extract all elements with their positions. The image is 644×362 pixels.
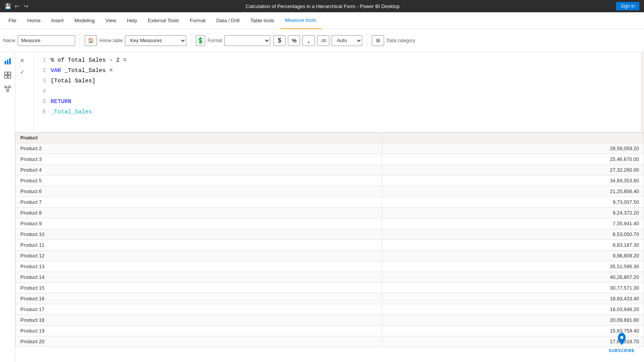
- cell-product: Product 10: [16, 229, 382, 240]
- data-category-icon[interactable]: ⊞: [372, 35, 384, 46]
- svg-line-12: [8, 88, 9, 90]
- formula-cancel-btn[interactable]: ✕: [17, 55, 28, 66]
- redo-icon[interactable]: ↪: [23, 3, 29, 9]
- cell-value: 28,58,059.20: [382, 143, 644, 154]
- menu-modeling[interactable]: Modeling: [69, 12, 100, 29]
- cell-product: Product 4: [16, 165, 382, 175]
- home-table-select[interactable]: Key Measures: [125, 35, 186, 46]
- menu-measure-tools[interactable]: Measure tools: [279, 12, 322, 29]
- formula-confirm-btn[interactable]: ✓: [17, 67, 28, 77]
- cell-product: Product 6: [16, 186, 382, 197]
- cell-product: Product 20: [16, 336, 382, 347]
- menu-home[interactable]: Home: [22, 12, 46, 29]
- auto-select[interactable]: Auto: [332, 35, 362, 46]
- table-row: Product 534,69,353.80: [16, 175, 644, 186]
- percent-btn[interactable]: %: [288, 35, 300, 46]
- table-row: Product 228,58,059.20: [16, 143, 644, 154]
- formula-line-3: 3 [Total Sales]: [40, 76, 635, 86]
- cell-value: 8,53,050.70: [382, 229, 644, 240]
- menu-format[interactable]: Format: [184, 12, 211, 29]
- title-bar: 💾 ↩ ↪ Calculation of Percentages in a Hi…: [0, 0, 644, 12]
- table-row: Product 2017,64,518.70: [16, 336, 644, 347]
- main-area: ✕ ✓ 1 % of Total Sales - 2 = 2 VAR _Tota…: [0, 52, 644, 362]
- cell-value: 30,77,571.30: [382, 283, 644, 293]
- table-row: Product 427,32,260.00: [16, 165, 644, 175]
- table-header-row: Product: [16, 133, 644, 143]
- formula-line-6: 6 _Total_Sales: [40, 107, 635, 117]
- table-body: Product 228,58,059.20Product 325,46,670.…: [16, 143, 644, 347]
- signin-button[interactable]: Sign in: [616, 2, 639, 10]
- ribbon-format-label: Format: [207, 38, 222, 43]
- home-icon[interactable]: 🏠: [85, 35, 97, 46]
- dollar-btn[interactable]: $: [273, 35, 286, 46]
- table-area[interactable]: Product Product 228,58,059.20Product 325…: [15, 133, 644, 362]
- cell-value: 25,46,670.00: [382, 154, 644, 165]
- formula-line-1: 1 % of Total Sales - 2 =: [40, 55, 635, 66]
- table-row: Product 1915,83,759.40: [16, 326, 644, 336]
- menu-help[interactable]: Help: [122, 12, 143, 29]
- line-content-4: [51, 86, 54, 97]
- cell-value: 18,03,948.20: [382, 304, 644, 315]
- subscribe-badge[interactable]: SUBSCRIBE: [609, 332, 635, 353]
- cell-product: Product 7: [16, 197, 382, 208]
- cell-product: Product 17: [16, 304, 382, 315]
- dollar-icon: $: [278, 37, 281, 44]
- subscribe-icon: [616, 332, 628, 349]
- undo-icon[interactable]: ↩: [14, 3, 20, 9]
- title-bar-left: 💾 ↩ ↪: [5, 3, 29, 9]
- col-header-product[interactable]: Product: [16, 133, 382, 143]
- line-num-3: 3: [40, 76, 46, 86]
- ribbon-sep-3: [367, 33, 367, 48]
- formula-scrollbar: [641, 52, 644, 132]
- svg-rect-1: [7, 60, 8, 64]
- cell-product: Product 11: [16, 240, 382, 251]
- svg-rect-3: [5, 72, 7, 75]
- decimal-icon: .00: [320, 38, 326, 43]
- menu-insert[interactable]: Insert: [46, 12, 69, 29]
- menu-table-tools[interactable]: Table tools: [245, 12, 279, 29]
- cell-value: 34,69,353.80: [382, 175, 644, 186]
- svg-rect-4: [8, 72, 11, 75]
- formula-line-5: 5 RETURN: [40, 97, 635, 107]
- cell-product: Product 12: [16, 251, 382, 261]
- cell-product: Product 5: [16, 175, 382, 186]
- svg-rect-2: [9, 58, 11, 64]
- table-row: Product 129,98,809.20: [16, 251, 644, 261]
- line-content-2: VAR _Total_Sales =: [51, 66, 113, 76]
- format-icon[interactable]: 💲: [196, 35, 205, 46]
- save-icon[interactable]: 💾: [5, 3, 11, 9]
- ribbon-data-category-group: ⊞ Data category: [372, 35, 415, 46]
- sidebar-table-icon[interactable]: [2, 69, 14, 81]
- measure-name-input[interactable]: [18, 35, 75, 46]
- line-num-1: 1: [40, 55, 46, 66]
- ribbon-sep-1: [80, 33, 80, 48]
- table-row: Product 1530,77,571.30: [16, 283, 644, 293]
- table-row: Product 97,35,941.40: [16, 218, 644, 229]
- col-header-value[interactable]: [382, 133, 644, 143]
- ribbon-currency-group: $ % , .00 Auto: [273, 35, 362, 46]
- sidebar-report-icon[interactable]: [2, 55, 14, 67]
- comma-btn[interactable]: ,: [302, 35, 315, 46]
- sidebar-model-icon[interactable]: [2, 83, 14, 95]
- cell-product: Product 8: [16, 208, 382, 218]
- menu-file[interactable]: File: [3, 12, 22, 29]
- cell-value: 7,35,941.40: [382, 218, 644, 229]
- content-area: ✕ ✓ 1 % of Total Sales - 2 = 2 VAR _Tota…: [15, 52, 644, 362]
- format-select[interactable]: [224, 35, 270, 46]
- cell-product: Product 14: [16, 272, 382, 283]
- cell-product: Product 3: [16, 154, 382, 165]
- formula-code-editor[interactable]: 1 % of Total Sales - 2 = 2 VAR _Total_Sa…: [34, 52, 641, 132]
- cell-value: 9,98,809.20: [382, 251, 644, 261]
- cell-value: 40,26,807.20: [382, 272, 644, 283]
- cell-product: Product 15: [16, 283, 382, 293]
- formula-line-4: 4: [40, 86, 635, 97]
- data-table: Product Product 228,58,059.20Product 325…: [15, 133, 644, 347]
- menu-view[interactable]: View: [100, 12, 122, 29]
- ribbon-data-category-label: Data category: [386, 38, 415, 43]
- line-content-5: RETURN: [51, 97, 71, 107]
- decimal-btn[interactable]: .00: [317, 35, 329, 46]
- cell-value: 20,09,691.80: [382, 315, 644, 326]
- cell-value: 17,64,518.70: [382, 336, 644, 347]
- menu-data-drill[interactable]: Data / Drill: [211, 12, 245, 29]
- menu-external-tools[interactable]: External Tools: [143, 12, 184, 29]
